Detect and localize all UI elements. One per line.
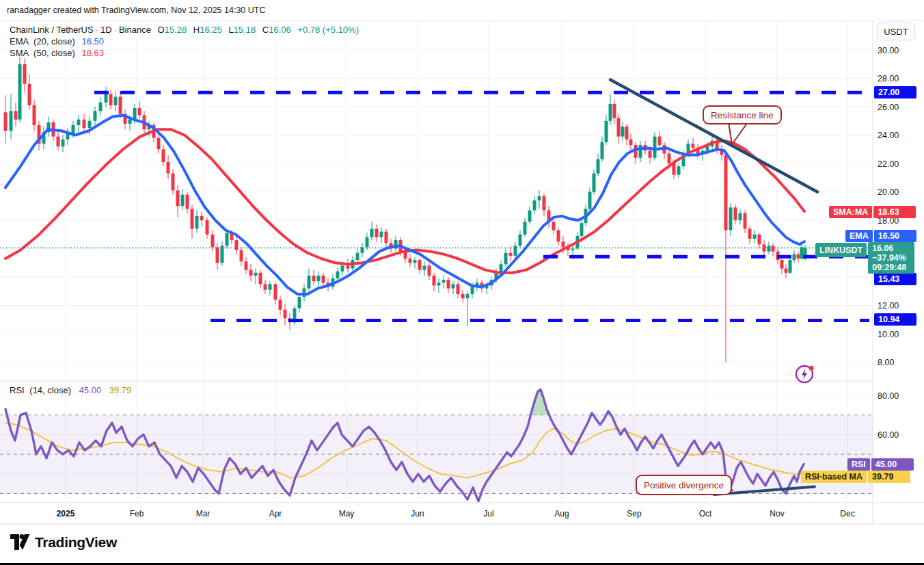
candle-body xyxy=(356,253,359,260)
sma-price-badge: SMA:MA 18.63 xyxy=(829,206,916,218)
candle-body xyxy=(433,276,436,286)
ema-name[interactable]: EMA xyxy=(10,36,28,47)
time-axis-label: Apr xyxy=(269,509,282,518)
exchange-label[interactable]: Binance xyxy=(119,25,151,35)
open-key: O xyxy=(158,25,165,35)
chart-canvas[interactable]: 30.0028.0026.0024.0022.0020.0018.0012.00… xyxy=(0,0,924,565)
bar-countdown: 09:29:48 xyxy=(872,263,910,272)
candle-body xyxy=(772,246,775,251)
low-key: L xyxy=(228,25,233,35)
sma50-line[interactable] xyxy=(5,129,804,273)
level-27-badge[interactable]: 27.00 xyxy=(874,86,916,98)
candle-body xyxy=(692,144,695,148)
time-axis-label: Sep xyxy=(627,509,642,518)
candle-body xyxy=(94,111,97,121)
rsi-tick-label: 60.00 xyxy=(878,430,899,440)
level-27-value[interactable]: 27.00 xyxy=(874,86,916,98)
candle-body xyxy=(739,213,742,220)
candle-body xyxy=(800,247,804,259)
candle-body xyxy=(418,260,422,270)
rsi-legend-row[interactable]: RSI (14, close) 45.00 39.79 xyxy=(10,385,131,395)
resistance-callout[interactable]: Resistance line xyxy=(703,105,782,124)
interval-label[interactable]: 1D xyxy=(100,25,112,35)
candle-body xyxy=(269,284,272,289)
candle-body xyxy=(206,220,209,235)
symbol-price-badge: LINKUSDT 16.06 −37.94% 09:29:48 xyxy=(815,242,914,274)
time-axis-label: Oct xyxy=(699,509,712,518)
tradingview-logo-mark xyxy=(10,534,30,551)
level-1094-value[interactable]: 10.94 xyxy=(874,313,916,326)
candle-body xyxy=(447,280,450,288)
candle-body xyxy=(557,231,560,242)
candle-body xyxy=(724,155,728,231)
price-tick-label: 28.00 xyxy=(878,74,899,83)
currency-unit-button[interactable]: USDT xyxy=(877,23,915,40)
candle-body xyxy=(767,246,771,251)
candle-body xyxy=(605,121,608,142)
high-value: 16.25 xyxy=(200,25,222,35)
change-value: +0.78 (+5.10%) xyxy=(297,25,359,35)
sma-price-value: 18.63 xyxy=(873,206,916,218)
sma-name[interactable]: SMA xyxy=(10,48,28,58)
candle-body xyxy=(514,246,517,256)
candle-body xyxy=(317,276,321,281)
candle-body xyxy=(639,145,642,158)
symbol-title[interactable]: ChainLink / TetherUS xyxy=(10,25,94,35)
candle-body xyxy=(785,269,788,273)
price-tick-label: 8.00 xyxy=(878,358,894,367)
candle-body xyxy=(28,84,31,105)
rsi-tag: RSI xyxy=(847,458,870,471)
candle-body xyxy=(452,284,455,288)
candle-body xyxy=(167,162,170,174)
symbol-legend-row[interactable]: ChainLink / TetherUS·1D·Binance O15.28 H… xyxy=(10,25,359,35)
candle-body xyxy=(552,222,556,230)
candle-body xyxy=(114,96,118,105)
candle-body xyxy=(18,64,22,120)
candle-body xyxy=(668,153,671,163)
candle-body xyxy=(797,254,800,259)
time-axis-label: Aug xyxy=(554,509,569,518)
rsi-badge-value: 45.00 xyxy=(871,458,914,471)
candle-body xyxy=(562,241,565,247)
candle-body xyxy=(274,284,277,300)
time-axis[interactable]: 2025FebMarAprMayJunJulAugSepOctNovDec xyxy=(57,509,855,518)
change-percent: −37.94% xyxy=(872,253,910,263)
candle-body xyxy=(366,237,369,248)
sma-legend-row[interactable]: SMA (50, close) 18.63 xyxy=(10,48,104,58)
candle-body xyxy=(109,94,113,105)
level-1543-value[interactable]: 15.43 xyxy=(874,273,916,285)
candle-body xyxy=(157,138,161,150)
candle-body xyxy=(105,94,108,102)
time-axis-label: Nov xyxy=(770,509,784,518)
candle-body xyxy=(128,120,132,124)
flash-ideas-icon[interactable] xyxy=(793,363,817,387)
level-1543-badge[interactable]: 15.43 xyxy=(874,273,916,285)
rsi-name[interactable]: RSI xyxy=(10,385,25,395)
candle-body xyxy=(593,174,596,192)
legend-separator: · xyxy=(112,25,119,35)
positive-divergence-callout[interactable]: Positive divergence xyxy=(636,475,732,495)
candle-body xyxy=(62,140,65,146)
time-axis-label: Jun xyxy=(411,509,424,518)
ema-legend-row[interactable]: EMA (20, close) 16.50 xyxy=(10,36,104,47)
time-axis-label: Feb xyxy=(130,509,144,518)
candle-body xyxy=(580,223,584,236)
resistance-trendline[interactable] xyxy=(610,80,817,192)
tradingview-logo[interactable]: TradingView xyxy=(10,534,117,551)
candle-body xyxy=(186,195,189,209)
candle-body xyxy=(259,273,262,285)
rsi-ma-value: 39.79 xyxy=(109,385,132,395)
candle-body xyxy=(308,276,311,289)
candle-body xyxy=(617,118,621,137)
candle-body xyxy=(264,284,267,289)
candle-body xyxy=(380,232,383,237)
ema-params: (20, close) xyxy=(33,36,75,47)
candle-body xyxy=(83,120,86,128)
candle-body xyxy=(780,260,784,268)
candle-body xyxy=(191,209,194,228)
candle-body xyxy=(528,210,532,222)
ema20-line[interactable] xyxy=(5,115,804,293)
candle-body xyxy=(613,104,616,118)
candle-body xyxy=(793,254,796,260)
level-1094-badge[interactable]: 10.94 xyxy=(874,313,916,326)
